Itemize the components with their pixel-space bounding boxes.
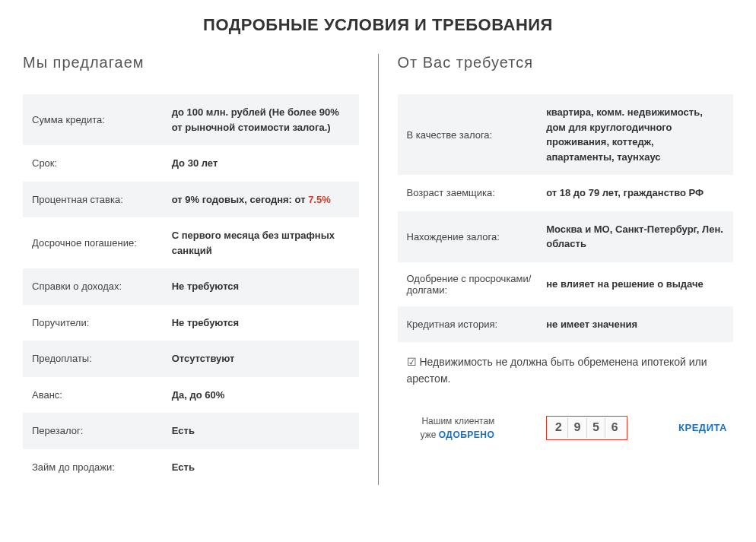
row-prepay: Предоплаты: Отсутствуют [23,341,359,377]
row-label: Досрочное погашение: [32,237,172,249]
counter-digit: 6 [605,418,624,438]
counter-text: Нашим клиентам уже ОДОБРЕНО [421,414,495,442]
row-age: Возраст заемщика: от 18 до 79 лет, гражд… [398,175,734,211]
row-value: Не требуются [172,279,350,294]
right-column: От Вас требуется В качестве залога: квар… [379,54,734,485]
row-collateral: В качестве залога: квартира, комм. недви… [398,94,734,175]
page-title: ПОДРОБНЫЕ УСЛОВИЯ И ТРЕБОВАНИЯ [23,15,733,35]
row-label: Займ до продажи: [32,461,172,473]
row-label: В качестве залога: [407,129,547,141]
row-location: Нахождение залога: Москва и МО, Санкт-Пе… [398,211,734,262]
row-guarantors: Поручители: Не требуются [23,305,359,341]
counter-approved: ОДОБРЕНО [439,429,495,440]
row-value: не имеет значения [546,317,724,332]
counter-line2: уже [421,429,439,440]
left-heading: Мы предлагаем [23,54,359,71]
row-label: Перезалог: [32,425,172,436]
row-value: Москва и МО, Санкт-Петербург, Лен. облас… [546,222,724,252]
row-label: Процентная ставка: [32,194,172,205]
row-value: не влияет на решение о выдаче [546,277,724,292]
left-rows: Сумма кредита: до 100 млн. рублей (Не бо… [23,94,359,485]
counter-line1: Нашим клиентам [421,416,494,426]
row-history: Кредитная история: не имеет значения [398,306,734,343]
counter-box: 2 9 5 6 [546,416,627,440]
counter-block: Нашим клиентам уже ОДОБРЕНО 2 9 5 6 КРЕД… [398,395,734,442]
row-label: Срок: [32,157,172,169]
row-label: Поручители: [32,317,172,328]
counter-digit: 5 [586,418,605,438]
row-value: До 30 лет [172,156,350,171]
row-value: Есть [172,423,350,439]
columns-wrapper: Мы предлагаем Сумма кредита: до 100 млн.… [23,54,733,485]
row-early: Досрочное погашение: С первого месяца бе… [23,217,359,268]
row-label: Сумма кредита: [32,114,172,125]
note: ☑Недвижимость не должна быть обременена … [398,342,734,395]
row-value: квартира, комм. недвижимость, дом для кр… [546,105,724,164]
row-label: Кредитная история: [407,319,547,330]
rate-highlight: 7.5% [308,194,331,205]
row-value: Отсутствуют [172,351,350,366]
row-label: Нахождение залога: [407,231,547,242]
rate-prefix: от 9% годовых, сегодня: от [172,194,308,205]
row-label: Предоплаты: [32,353,172,364]
row-advance: Аванс: Да, до 60% [23,377,359,414]
counter-digit: 2 [550,418,568,438]
row-label: Справки о доходах: [32,281,172,292]
row-recollateral: Перезалог: Есть [23,413,359,449]
row-loan-till-sale: Займ до продажи: Есть [23,449,359,486]
counter-suffix: КРЕДИТА [678,422,727,433]
row-income: Справки о доходах: Не требуются [23,268,359,305]
row-value: от 18 до 79 лет, гражданство РФ [546,185,724,201]
row-value: С первого месяца без штрафных санкций [172,228,350,258]
counter-digit: 9 [567,418,586,438]
row-value: Да, до 60% [172,388,350,403]
row-approval: Одобрение с просрочками/долгами: не влия… [398,262,734,306]
row-rate: Процентная ставка: от 9% годовых, сегодн… [23,182,359,218]
row-term: Срок: До 30 лет [23,145,359,182]
left-column: Мы предлагаем Сумма кредита: до 100 млн.… [23,54,379,485]
row-label: Одобрение с просрочками/долгами: [407,273,547,296]
checkbox-icon: ☑ [407,356,417,368]
row-value: от 9% годовых, сегодня: от 7.5% [172,192,350,208]
row-label: Возраст заемщика: [407,187,547,198]
row-value: Есть [172,460,350,475]
note-text: Недвижимость не должна быть обременена и… [407,356,707,385]
row-value: Не требуются [172,315,350,331]
row-value: до 100 млн. рублей (Не более 90% от рыно… [172,105,350,135]
row-label: Аванс: [32,389,172,401]
right-rows: В качестве залога: квартира, комм. недви… [398,94,734,342]
right-heading: От Вас требуется [398,54,734,71]
row-amount: Сумма кредита: до 100 млн. рублей (Не бо… [23,94,359,145]
